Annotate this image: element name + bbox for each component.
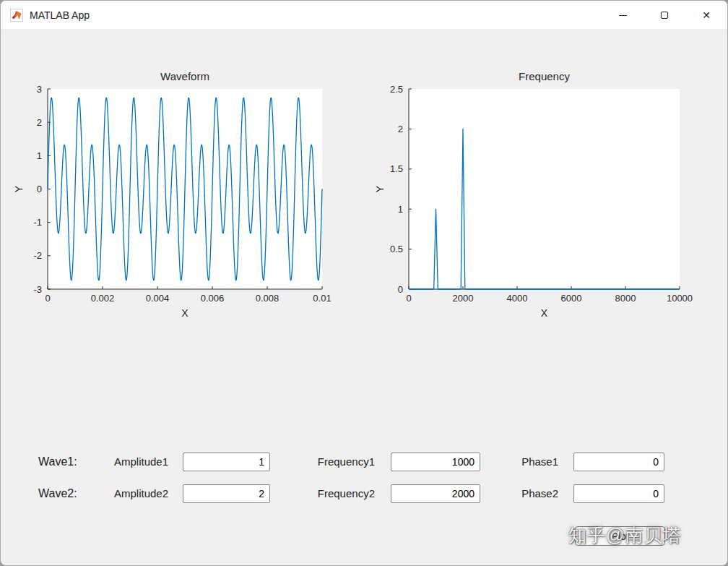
phase2-label: Phase2	[480, 484, 558, 503]
phase1-label: Phase1	[480, 453, 558, 471]
amplitude1-label: Amplitude1	[87, 453, 168, 471]
close-icon: ✕	[702, 9, 711, 21]
waveform-plot: 00.0020.0040.0060.0080.01-3-2-10123Wavef…	[8, 66, 347, 330]
svg-text:Waveform: Waveform	[160, 70, 209, 82]
svg-text:Y: Y	[374, 185, 386, 192]
wave1-label: Wave1:	[38, 453, 89, 471]
minimize-icon	[619, 15, 627, 16]
svg-text:1: 1	[398, 204, 403, 215]
svg-text:4000: 4000	[507, 293, 528, 304]
svg-text:0.01: 0.01	[313, 293, 331, 304]
maximize-button[interactable]	[644, 1, 685, 30]
svg-text:2: 2	[37, 117, 42, 128]
amplitude2-field[interactable]	[183, 484, 270, 503]
plot-button[interactable]: Plot	[575, 526, 665, 546]
svg-text:0: 0	[45, 293, 50, 304]
amplitude2-label: Amplitude2	[87, 484, 168, 503]
frequency2-label: Frequency2	[294, 484, 375, 503]
svg-text:1: 1	[37, 150, 42, 161]
titlebar: MATLAB App ✕	[1, 1, 727, 30]
svg-text:-1: -1	[33, 217, 42, 228]
svg-text:0.006: 0.006	[201, 293, 225, 304]
frequency1-field[interactable]	[391, 453, 480, 471]
window-controls: ✕	[602, 1, 727, 30]
frequency1-label: Frequency1	[294, 453, 375, 471]
wave2-label: Wave2:	[38, 484, 89, 503]
phase2-field[interactable]	[573, 484, 664, 503]
matlab-app-window: MATLAB App ✕ 00.0020.0040.0060.0080.01-3…	[0, 0, 728, 566]
phase1-field[interactable]	[573, 453, 664, 471]
svg-text:1.5: 1.5	[390, 163, 403, 174]
close-button[interactable]: ✕	[685, 1, 727, 30]
amplitude1-field[interactable]	[183, 453, 270, 471]
svg-text:-2: -2	[33, 250, 42, 261]
matlab-logo-icon	[10, 9, 23, 22]
frequency-plot: 020004000600080001000000.511.522.5Freque…	[365, 66, 705, 330]
svg-text:0.5: 0.5	[390, 244, 403, 254]
svg-text:X: X	[181, 307, 188, 319]
svg-text:0.008: 0.008	[256, 293, 280, 304]
svg-text:3: 3	[37, 84, 42, 95]
svg-text:0.002: 0.002	[91, 293, 115, 304]
svg-text:Frequency: Frequency	[519, 70, 570, 82]
svg-text:6000: 6000	[561, 293, 582, 304]
svg-text:2: 2	[398, 124, 403, 134]
svg-text:Y: Y	[13, 185, 25, 192]
svg-text:2.5: 2.5	[390, 84, 403, 95]
svg-text:X: X	[541, 307, 548, 319]
svg-text:8000: 8000	[615, 293, 636, 304]
maximize-icon	[661, 12, 668, 19]
svg-text:0: 0	[398, 284, 403, 295]
svg-text:10000: 10000	[667, 293, 693, 304]
svg-text:0: 0	[37, 184, 42, 194]
frequency2-field[interactable]	[391, 484, 480, 503]
svg-text:0.004: 0.004	[146, 293, 170, 304]
svg-text:2000: 2000	[453, 293, 474, 304]
minimize-button[interactable]	[602, 1, 644, 30]
svg-text:-3: -3	[33, 284, 42, 295]
window-title: MATLAB App	[30, 9, 90, 21]
svg-text:0: 0	[406, 293, 411, 304]
